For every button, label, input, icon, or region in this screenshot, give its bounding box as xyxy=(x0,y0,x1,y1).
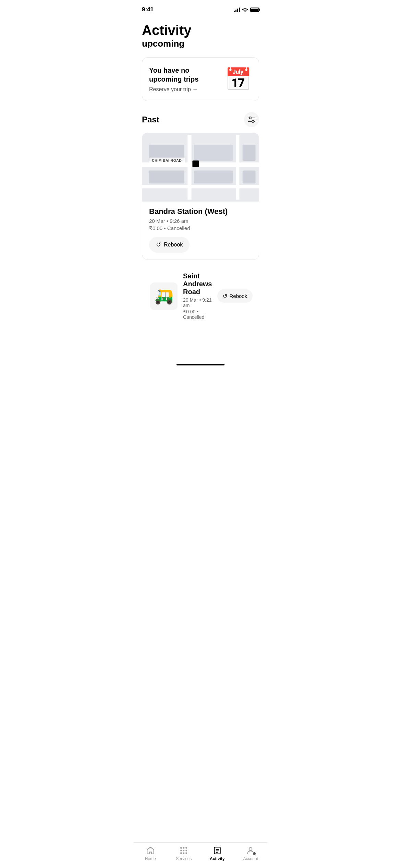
rebook-label-2: Rebook xyxy=(229,293,247,299)
reserve-trip-link[interactable]: Reserve your trip → xyxy=(149,86,220,93)
rebook-icon-2: ↺ xyxy=(223,293,227,299)
battery-icon xyxy=(250,8,259,12)
rebook-button-1[interactable]: ↺ Rebook xyxy=(149,237,190,253)
home-indicator xyxy=(177,364,224,365)
past-section-title: Past xyxy=(142,115,159,124)
svg-rect-17 xyxy=(192,160,199,167)
svg-rect-7 xyxy=(187,135,191,200)
filter-button[interactable] xyxy=(244,112,259,127)
trip-status-2: ₹0.00 • Cancelled xyxy=(183,309,212,320)
svg-rect-14 xyxy=(243,170,256,183)
svg-point-3 xyxy=(252,120,254,122)
svg-rect-4 xyxy=(142,135,259,200)
rebook-icon-1: ↺ xyxy=(156,241,161,249)
trip-info-2: Saint Andrews Road 20 Mar • 9:21 am ₹0.0… xyxy=(183,272,212,320)
svg-rect-13 xyxy=(243,145,256,161)
trip-status-1: ₹0.00 • Cancelled xyxy=(149,225,252,231)
status-bar: 9:41 xyxy=(134,0,267,17)
svg-rect-11 xyxy=(194,145,233,161)
svg-rect-12 xyxy=(194,170,233,183)
upcoming-card-title: You have no upcoming trips xyxy=(149,66,220,84)
svg-rect-6 xyxy=(142,185,259,188)
rebook-label-1: Rebook xyxy=(164,242,183,248)
page-title: Activity xyxy=(142,23,259,38)
main-content: Activity upcoming You have no upcoming t… xyxy=(134,17,267,362)
status-icons xyxy=(234,7,259,12)
status-time: 9:41 xyxy=(142,6,154,13)
wifi-icon xyxy=(242,7,248,12)
trip-location-2: Saint Andrews Road xyxy=(183,272,212,296)
trip-date-1: 20 Mar • 9:26 am xyxy=(149,218,252,224)
upcoming-card-text: You have no upcoming trips Reserve your … xyxy=(149,66,220,93)
trip-card-1: CHIM BAI ROAD Bandra Station (West) 20 M… xyxy=(142,133,259,260)
rebook-button-2[interactable]: ↺ Rebook xyxy=(217,289,253,303)
svg-point-2 xyxy=(249,117,251,119)
past-section-header: Past xyxy=(142,112,259,127)
svg-rect-8 xyxy=(236,135,239,200)
upcoming-card: You have no upcoming trips Reserve your … xyxy=(142,57,259,101)
trip-card-body-1: Bandra Station (West) 20 Mar • 9:26 am ₹… xyxy=(142,202,259,260)
filter-icon xyxy=(248,117,255,123)
calendar-icon: 📅 xyxy=(224,68,252,90)
trip-location-1: Bandra Station (West) xyxy=(149,207,252,216)
signal-icon xyxy=(234,7,240,12)
trip-map-1: CHIM BAI ROAD xyxy=(142,133,259,202)
svg-rect-9 xyxy=(149,170,184,183)
trip-card-2: 🛺 Saint Andrews Road 20 Mar • 9:21 am ₹0… xyxy=(142,267,259,328)
vehicle-thumb-2: 🛺 xyxy=(150,282,178,310)
trip-date-2: 20 Mar • 9:21 am xyxy=(183,297,212,308)
svg-text:CHIM BAI ROAD: CHIM BAI ROAD xyxy=(152,159,182,162)
page-subtitle: upcoming xyxy=(142,38,259,49)
